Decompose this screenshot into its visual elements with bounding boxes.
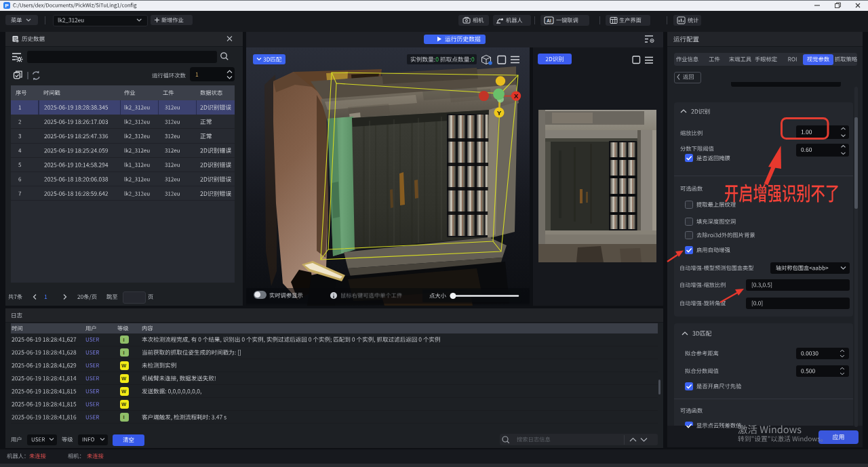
svg-text:Y: Y [497, 109, 502, 117]
svg-text:X: X [514, 92, 519, 100]
